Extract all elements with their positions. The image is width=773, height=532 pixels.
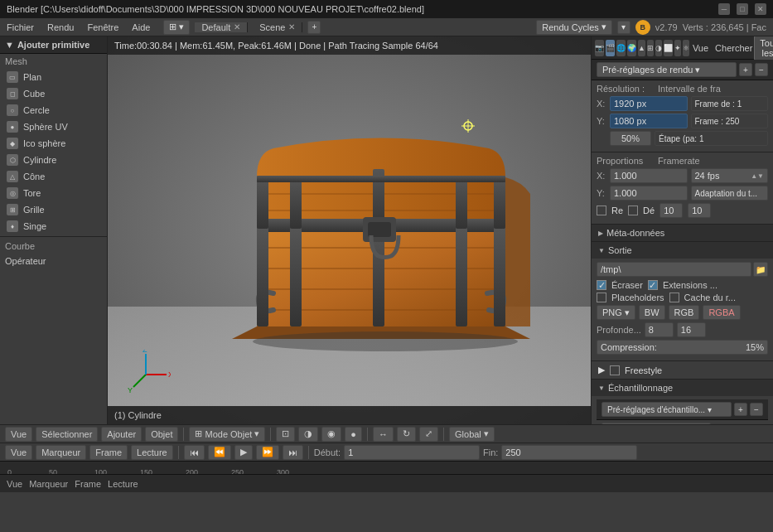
chercher-button[interactable]: Chercher — [715, 43, 752, 53]
mesh-grille[interactable]: ⊞ Grille — [0, 201, 107, 218]
rpanel-material-icon[interactable]: ◑ — [655, 40, 662, 56]
compression-field[interactable]: Compression: 15% — [597, 340, 768, 355]
debut-field[interactable]: 1 — [344, 445, 480, 460]
selectionner-btn[interactable]: Sélectionner — [36, 427, 98, 442]
echant-remove-btn[interactable]: − — [750, 403, 763, 416]
resolution-y-field[interactable]: 1080 px — [610, 114, 688, 128]
mesh-cercle[interactable]: ○ Cercle — [0, 102, 107, 118]
mode-objet-btn[interactable]: ⊞ Mode Objet ▾ — [189, 427, 265, 442]
timeline-vue-btn[interactable]: Vue — [5, 445, 32, 460]
prop-x-field[interactable]: 1.000 — [610, 168, 688, 183]
play-start-btn[interactable]: ⏮ — [184, 445, 205, 460]
timeline-marqueur-btn[interactable]: Marqueur — [36, 445, 86, 460]
rpanel-world-icon[interactable]: 🌍 — [627, 40, 636, 56]
tab-default[interactable]: Default ✕ — [195, 22, 248, 32]
re-checkbox[interactable] — [597, 206, 606, 215]
fin-field[interactable]: 250 — [501, 445, 637, 460]
mesh-plan[interactable]: ▭ Plan — [0, 69, 107, 85]
val10b-field[interactable]: 10 — [688, 203, 711, 218]
viewport-texture-btn[interactable]: ◉ — [321, 427, 341, 442]
pregl-add-btn[interactable]: + — [739, 63, 752, 76]
format-rgba-btn[interactable]: RGBA — [703, 305, 740, 320]
val10a-field[interactable]: 10 — [659, 203, 683, 218]
mesh-cone[interactable]: △ Cône — [0, 168, 107, 185]
format-bw-btn[interactable]: BW — [639, 305, 665, 320]
timeline-frame-btn[interactable]: Frame — [89, 445, 128, 460]
mesh-cylindre[interactable]: ⬡ Cylindre — [0, 152, 107, 168]
add-tab-button[interactable]: + — [307, 21, 321, 34]
toutes-button[interactable]: Toutes les sc — [754, 36, 773, 60]
play-end-btn[interactable]: ⏭ — [283, 445, 303, 460]
sortie-header[interactable]: ▼ Sortie — [592, 242, 773, 259]
menu-rendu[interactable]: Rendu — [41, 18, 80, 36]
viewport-wireframe-btn[interactable]: ⊡ — [276, 427, 295, 442]
echant-add-btn[interactable]: + — [734, 403, 747, 416]
menu-fenetre[interactable]: Fenêtre — [80, 18, 125, 36]
mesh-cube[interactable]: ◻ Cube — [0, 85, 107, 102]
depth-8-field[interactable]: 8 — [645, 322, 674, 337]
placeholders-checkbox[interactable] — [597, 293, 606, 302]
transform-move-btn[interactable]: ↔ — [373, 427, 394, 442]
rpanel-camera-icon[interactable]: 📷 — [595, 40, 604, 56]
depth-16-field[interactable]: 16 — [677, 322, 706, 337]
rpanel-object-icon[interactable]: ▲ — [638, 40, 645, 56]
path-browse-btn[interactable]: 📁 — [753, 262, 768, 277]
viewport[interactable]: Time:00:30.84 | Mem:61.45M, Peak:61.46M … — [108, 36, 591, 424]
play-prev-btn[interactable]: ⏪ — [208, 445, 231, 460]
rpanel-particles-icon[interactable]: ✦ — [674, 40, 681, 56]
minimize-button[interactable]: ─ — [718, 3, 730, 15]
maximize-button[interactable]: □ — [737, 3, 748, 15]
pregl-rendu-dropdown[interactable]: Pré-réglages de rendu ▾ — [597, 62, 737, 77]
adaptation-field[interactable]: Adaptation du t... — [691, 186, 769, 201]
render-options[interactable]: ▾ — [617, 21, 630, 34]
rpanel-render-icon[interactable]: 🎬 — [606, 40, 615, 56]
rpanel-scene-icon[interactable]: 🌐 — [616, 40, 626, 56]
render-engine-selector[interactable]: Rendu Cycles ▾ — [536, 20, 611, 35]
rpanel-physics-icon[interactable]: ⚛ — [683, 40, 689, 56]
editor-type-selector[interactable]: ⊞▾ — [163, 20, 190, 35]
meta-donnees-header[interactable]: ▶ Méta-données — [592, 225, 773, 241]
tab-default-close[interactable]: ✕ — [234, 22, 240, 31]
pregl-echantillo-dropdown[interactable]: Pré-réglages d'échantillo... ▾ — [601, 402, 732, 417]
path-field[interactable]: /tmp\ — [597, 262, 751, 277]
prop-y-field[interactable]: 1.000 — [610, 186, 688, 201]
mesh-sphere-uv[interactable]: ● Sphère UV — [0, 118, 107, 135]
tab-scene[interactable]: Scene ✕ — [253, 22, 302, 32]
transform-scale-btn[interactable]: ⤢ — [419, 427, 438, 442]
resolution-x-field[interactable]: 1920 px — [610, 96, 688, 111]
frame-de-field[interactable]: Frame de : 1 — [691, 96, 769, 111]
mesh-ico-sphere[interactable]: ◆ Ico sphère — [0, 135, 107, 152]
viewport-render-btn[interactable]: ● — [345, 427, 362, 442]
vue-toolbar-btn[interactable]: Vue — [5, 427, 32, 442]
play-btn[interactable]: ▶ — [234, 445, 253, 460]
de-checkbox[interactable] — [628, 206, 638, 215]
etape-field[interactable]: Étape (pa: 1 — [655, 131, 768, 146]
menu-aide[interactable]: Aide — [125, 18, 157, 36]
objet-btn[interactable]: Objet — [145, 427, 178, 442]
vue-button[interactable]: Vue — [693, 43, 708, 53]
viewport-solid-btn[interactable]: ◑ — [298, 427, 318, 442]
echantillonnage-header[interactable]: ▼ Échantillonnage — [592, 380, 773, 396]
format-png-dropdown[interactable]: PNG ▾ — [597, 305, 635, 320]
resolution-pct-field[interactable]: 50% — [610, 131, 651, 146]
freestyle-checkbox[interactable] — [610, 365, 620, 375]
timeline-lecture-btn[interactable]: Lecture — [131, 445, 173, 460]
extensions-checkbox[interactable]: ✓ — [648, 280, 658, 290]
mesh-tore[interactable]: ◎ Tore — [0, 185, 107, 201]
rpanel-mesh-icon[interactable]: ⊞ — [647, 40, 654, 56]
frame-field[interactable]: Frame : 250 — [691, 114, 769, 128]
transform-rotate-btn[interactable]: ↻ — [397, 427, 416, 442]
play-next-btn[interactable]: ⏩ — [256, 445, 279, 460]
global-local-btn[interactable]: Global ▾ — [449, 427, 495, 442]
format-rgb-btn[interactable]: RGB — [669, 305, 700, 320]
rpanel-texture-icon[interactable]: ⬜ — [664, 40, 673, 56]
pregl-remove-btn[interactable]: − — [755, 63, 768, 76]
ecraser-checkbox[interactable]: ✓ — [597, 280, 606, 290]
close-button[interactable]: ✕ — [755, 3, 766, 15]
menu-fichier[interactable]: Fichier — [0, 18, 41, 36]
cache-checkbox[interactable] — [669, 293, 679, 302]
mesh-singe[interactable]: ♦ Singe — [0, 218, 107, 235]
tracede-dropdown[interactable]: Tracé de che... ▾ — [601, 423, 711, 424]
framerate-field[interactable]: 24 fps ▲▼ — [691, 168, 769, 183]
ajouter-btn[interactable]: Ajouter — [101, 427, 142, 442]
